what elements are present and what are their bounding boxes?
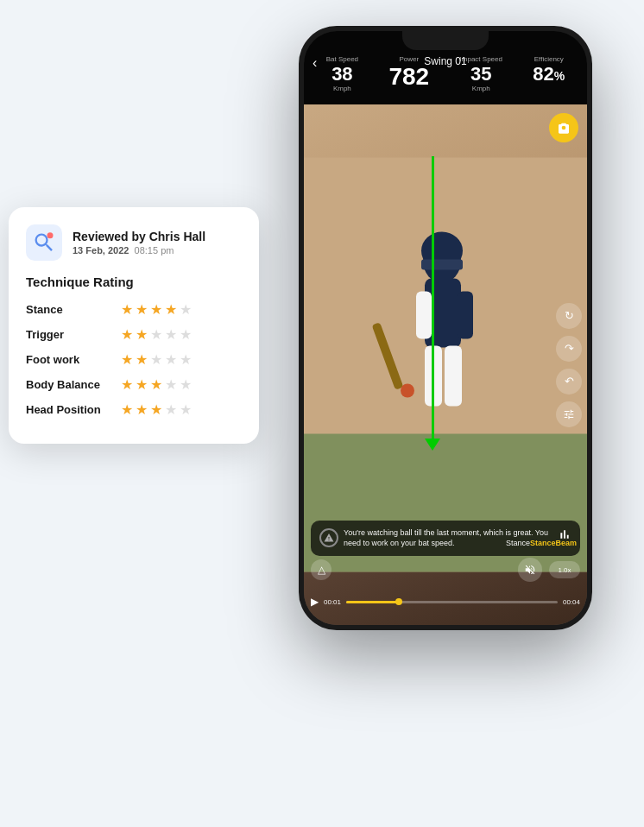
swing-arrow xyxy=(425,439,440,451)
bottom-controls: △ 1.0x xyxy=(311,558,580,582)
bat-speed-unit: Kmph xyxy=(326,85,358,92)
reload-button[interactable]: ↻ xyxy=(556,303,582,329)
star-2: ★ xyxy=(136,326,148,343)
rating-row-head-position: Head Position ★ ★ ★ ★ ★ xyxy=(26,401,242,418)
end-time: 00:04 xyxy=(563,598,580,606)
camera-icon xyxy=(557,121,571,135)
mute-icon xyxy=(524,564,536,576)
progress-fill xyxy=(346,601,399,603)
phone-screen: ‹ Swing 01 Bat Speed 38 Kmph Power 782 I… xyxy=(304,31,587,625)
star-3: ★ xyxy=(150,326,162,343)
star-1: ★ xyxy=(121,376,133,393)
progress-track[interactable] xyxy=(346,601,558,603)
impact-speed-value: 35 xyxy=(460,65,502,84)
reviewer-date: 13 Feb, 2022 08:15 pm xyxy=(73,245,205,256)
stars-footwork: ★ ★ ★ ★ ★ xyxy=(121,351,192,368)
svg-rect-7 xyxy=(421,260,463,270)
efficiency-unit xyxy=(533,85,565,92)
rating-row-body-balance: Body Balance ★ ★ ★ ★ ★ xyxy=(26,376,242,393)
review-icon xyxy=(32,230,56,255)
power-unit xyxy=(388,90,429,98)
swing-line xyxy=(432,156,434,443)
efficiency-percent: % xyxy=(554,69,565,83)
svg-point-11 xyxy=(401,384,414,398)
current-time: 00:01 xyxy=(324,598,341,606)
star-4: ★ xyxy=(165,301,177,318)
reviewer-name: Reviewed by Chris Hall xyxy=(73,230,205,243)
camera-button[interactable] xyxy=(549,113,578,142)
back-button[interactable]: ‹ xyxy=(313,55,317,71)
star-5: ★ xyxy=(180,301,192,318)
svg-point-12 xyxy=(47,232,54,238)
cone-button[interactable]: △ xyxy=(311,559,331,580)
star-5: ★ xyxy=(180,351,192,368)
star-3: ★ xyxy=(150,301,162,318)
review-card: Reviewed by Chris Hall 13 Feb, 2022 08:1… xyxy=(9,207,259,444)
stancebeam-logo: StanceStanceBeam xyxy=(506,539,577,547)
triangle-icon xyxy=(324,533,334,543)
star-5: ★ xyxy=(180,326,192,343)
star-2: ★ xyxy=(136,351,148,368)
star-1: ★ xyxy=(121,401,133,418)
side-controls: ↻ ↷ ↶ xyxy=(556,303,582,427)
speed-button[interactable]: 1.0x xyxy=(549,561,580,578)
scene: ‹ Swing 01 Bat Speed 38 Kmph Power 782 I… xyxy=(0,0,644,827)
swing-title: Swing 01 xyxy=(424,55,466,67)
review-date-bold: 13 Feb, 2022 xyxy=(73,245,129,256)
stat-bat-speed: Bat Speed 38 Kmph xyxy=(326,55,358,92)
rating-label-body-balance: Body Balance xyxy=(26,378,121,391)
efficiency-label: Efficiency xyxy=(533,55,565,63)
star-1: ★ xyxy=(121,351,133,368)
rating-row-footwork: Foot work ★ ★ ★ ★ ★ xyxy=(26,351,242,368)
svg-rect-4 xyxy=(416,292,432,339)
star-5: ★ xyxy=(180,401,192,418)
star-4: ★ xyxy=(165,351,177,368)
rating-row-trigger: Trigger ★ ★ ★ ★ ★ xyxy=(26,326,242,343)
review-time: 08:15 pm xyxy=(135,245,174,256)
technique-title: Technique Rating xyxy=(26,275,242,289)
video-background: ↻ ↷ ↶ xyxy=(304,104,587,625)
star-3: ★ xyxy=(150,376,162,393)
star-2: ★ xyxy=(136,301,148,318)
stars-stance: ★ ★ ★ ★ ★ xyxy=(121,301,192,318)
rating-label-stance: Stance xyxy=(26,303,121,316)
star-4: ★ xyxy=(165,376,177,393)
ratings-list: Stance ★ ★ ★ ★ ★ Trigger ★ ★ ★ ★ ★ xyxy=(26,301,242,418)
video-area[interactable]: ↻ ↷ ↶ xyxy=(304,104,587,625)
settings-button[interactable] xyxy=(556,401,582,427)
stars-body-balance: ★ ★ ★ ★ ★ xyxy=(121,376,192,393)
play-button[interactable]: ▶ xyxy=(311,596,319,608)
bat-speed-label: Bat Speed xyxy=(326,55,358,63)
settings-icon xyxy=(563,408,575,420)
stat-efficiency: Efficiency 82% xyxy=(533,55,565,92)
reviewer-info: Reviewed by Chris Hall 13 Feb, 2022 08:1… xyxy=(26,224,242,261)
star-2: ★ xyxy=(136,401,148,418)
star-3: ★ xyxy=(150,351,162,368)
rating-label-footwork: Foot work xyxy=(26,353,121,366)
mute-button[interactable] xyxy=(518,558,542,582)
forward-button[interactable]: ↷ xyxy=(556,336,582,362)
caption-alert-icon xyxy=(319,528,338,547)
progress-thumb[interactable] xyxy=(395,598,402,605)
rating-row-stance: Stance ★ ★ ★ ★ ★ xyxy=(26,301,242,318)
star-3: ★ xyxy=(150,401,162,418)
playback-bar: ▶ 00:01 00:04 xyxy=(311,596,580,608)
power-label: Power xyxy=(388,55,429,63)
star-4: ★ xyxy=(165,401,177,418)
stars-head-position: ★ ★ ★ ★ ★ xyxy=(121,401,192,418)
phone-device: ‹ Swing 01 Bat Speed 38 Kmph Power 782 I… xyxy=(299,26,592,630)
rating-label-head-position: Head Position xyxy=(26,403,121,416)
phone-notch xyxy=(402,31,489,50)
stars-trigger: ★ ★ ★ ★ ★ xyxy=(121,326,192,343)
rating-label-trigger: Trigger xyxy=(26,328,121,341)
impact-speed-unit: Kmph xyxy=(460,85,502,92)
backward-button[interactable]: ↶ xyxy=(556,369,582,395)
phone-inner: ‹ Swing 01 Bat Speed 38 Kmph Power 782 I… xyxy=(304,31,587,625)
stat-power: Power 782 xyxy=(388,55,429,98)
star-5: ★ xyxy=(180,376,192,393)
reviewer-details: Reviewed by Chris Hall 13 Feb, 2022 08:1… xyxy=(73,230,205,256)
bat-speed-value: 38 xyxy=(326,65,358,84)
efficiency-value: 82% xyxy=(533,65,565,84)
power-value: 782 xyxy=(388,65,429,89)
star-1: ★ xyxy=(121,326,133,343)
